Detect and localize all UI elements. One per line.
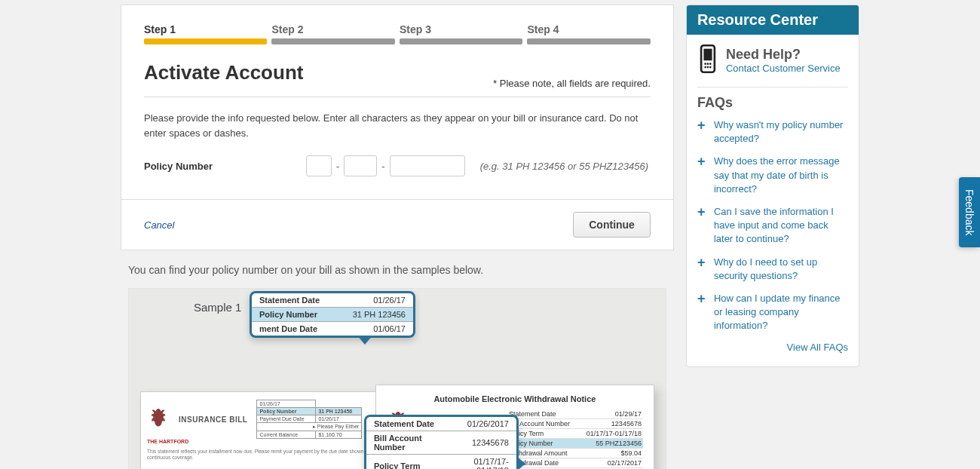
resource-center-title: Resource Center — [687, 5, 859, 35]
policy-example: (e.g. 31 PH 123456 or 55 PHZ123456) — [480, 161, 648, 172]
activation-panel: Step 1 Step 2 Step 3 Step 4 — [121, 5, 674, 200]
faq-question: Why do I need to set up security questio… — [714, 256, 848, 283]
faq-item[interactable]: +Why wasn't my policy number accepted? — [697, 118, 848, 146]
faq-item[interactable]: +How can I update my finance or leasing … — [697, 292, 848, 333]
view-all-faqs-link[interactable]: View All FAQs — [787, 342, 848, 353]
step-2: Step 2 — [271, 23, 394, 44]
expand-plus-icon: + — [697, 155, 708, 168]
required-note: * Please note, all fields are required. — [493, 78, 651, 89]
svg-point-2 — [704, 63, 706, 65]
bill2-title: Automobile Electronic Withdrawal Notice — [387, 394, 643, 403]
bill2-table: Statement Date01/29/17Bill Account Numbe… — [507, 409, 643, 469]
expand-plus-icon: + — [697, 118, 708, 132]
step-label: Step 3 — [400, 23, 522, 35]
hartford-stag-icon — [147, 406, 170, 432]
cancel-link[interactable]: Cancel — [144, 219, 174, 231]
step-label: Step 4 — [527, 23, 650, 35]
svg-point-6 — [707, 66, 709, 69]
sample-1-label: Sample 1 — [194, 301, 241, 314]
faq-question: Why wasn't my policy number accepted? — [714, 118, 848, 146]
bill1-title: INSURANCE BILL — [179, 415, 247, 424]
step-label: Step 1 — [144, 23, 267, 35]
faq-item[interactable]: +Can I save the information I have input… — [697, 205, 848, 247]
sample-heading: You can find your policy number on your … — [128, 264, 666, 276]
expand-plus-icon: + — [697, 256, 708, 269]
dash: - — [381, 161, 384, 172]
sample-1-callout: Statement Date01/26/17 Policy Number31 P… — [250, 291, 415, 338]
svg-rect-1 — [703, 49, 712, 61]
faq-item[interactable]: +Why does the error message say that my … — [697, 155, 848, 196]
sample-stage: Sample 1 Sample 2 INSURANCE BILL — [128, 288, 666, 469]
dash: - — [336, 161, 339, 172]
svg-point-3 — [707, 63, 709, 65]
bill1-mini-table: 01/26/17 Policy Number31 PH 123456 Payme… — [256, 400, 362, 439]
need-help-block: Need Help? Contact Customer Service — [697, 44, 848, 76]
faq-item[interactable]: +Why do I need to set up security questi… — [697, 256, 848, 283]
continue-button[interactable]: Continue — [573, 212, 651, 238]
contact-customer-service-link[interactable]: Contact Customer Service — [726, 63, 841, 74]
stepper: Step 1 Step 2 Step 3 Step 4 — [144, 23, 651, 44]
policy-part2-input[interactable] — [344, 155, 377, 176]
step-label: Step 2 — [271, 23, 394, 35]
phone-icon — [697, 44, 718, 76]
expand-plus-icon: + — [697, 292, 708, 305]
faq-list: +Why wasn't my policy number accepted?+W… — [697, 118, 848, 333]
svg-point-5 — [704, 66, 706, 69]
form-actions: Cancel Continue — [121, 200, 674, 250]
step-1: Step 1 — [144, 23, 267, 44]
policy-number-inputs: - - — [306, 155, 465, 176]
step-3: Step 3 — [400, 23, 522, 44]
resource-center-panel: Resource Center Need Help? Contact Custo… — [686, 5, 859, 367]
step-4: Step 4 — [527, 23, 650, 44]
faq-question: Can I save the information I have input … — [714, 205, 848, 247]
policy-part1-input[interactable] — [306, 155, 332, 176]
svg-point-4 — [709, 63, 712, 65]
feedback-tab[interactable]: Feedback — [959, 177, 980, 247]
need-help-title: Need Help? — [726, 47, 841, 63]
faqs-title: FAQs — [697, 95, 848, 111]
faq-question: How can I update my finance or leasing c… — [714, 292, 848, 333]
svg-point-7 — [709, 66, 712, 69]
policy-number-row: Policy Number - - (e.g. 31 PH 123456 or … — [144, 155, 651, 176]
sample-area: You can find your policy number on your … — [121, 250, 674, 469]
policy-number-label: Policy Number — [144, 161, 299, 172]
policy-part3-input[interactable] — [390, 155, 465, 176]
page-title: Activate Account — [144, 61, 303, 84]
faq-question: Why does the error message say that my d… — [714, 155, 848, 196]
sample-2-callout: Statement Date01/26/2017Bill Account Num… — [364, 415, 519, 469]
expand-plus-icon: + — [697, 205, 708, 219]
instructions-text: Please provide the info requested below.… — [144, 111, 651, 140]
